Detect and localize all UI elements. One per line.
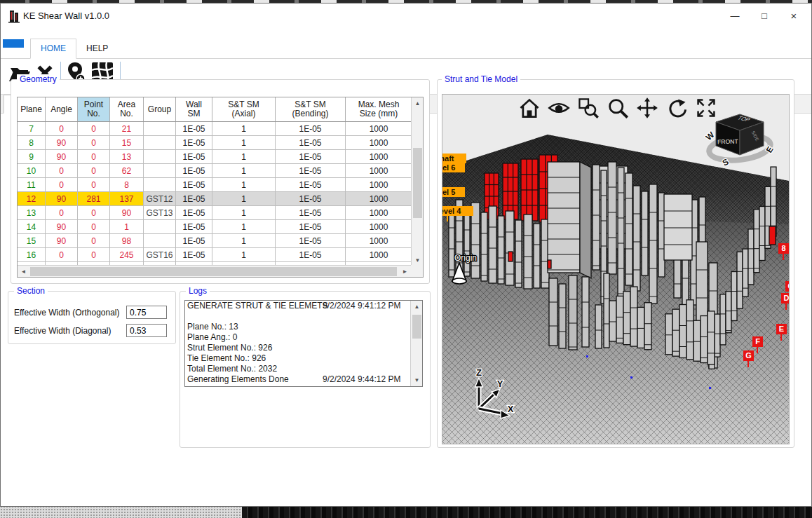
- table-cell[interactable]: 9: [18, 150, 46, 164]
- table-cell[interactable]: 11: [18, 178, 46, 192]
- table-cell[interactable]: 0: [78, 248, 110, 262]
- table-cell[interactable]: 0: [46, 178, 78, 192]
- table-cell[interactable]: 1: [212, 150, 276, 164]
- table-row[interactable]: 110081E-0511E-051000: [18, 178, 423, 192]
- geometry-table[interactable]: PlaneAnglePointNo.AreaNo.GroupWallSMS&T …: [17, 97, 424, 278]
- table-cell[interactable]: 90: [46, 192, 78, 206]
- column-header[interactable]: Group: [144, 97, 176, 121]
- table-cell[interactable]: 14: [18, 220, 46, 234]
- table-cell[interactable]: [144, 122, 176, 136]
- table-cell[interactable]: 98: [110, 234, 144, 248]
- scrollbar-thumb[interactable]: [412, 315, 421, 339]
- table-cell[interactable]: [144, 220, 176, 234]
- backstage-stub[interactable]: [3, 39, 24, 48]
- zoom-window-icon[interactable]: [577, 97, 600, 119]
- home-icon[interactable]: [518, 97, 541, 119]
- table-row[interactable]: 1000621E-0511E-051000: [18, 164, 423, 178]
- table-cell[interactable]: 1E-05: [276, 164, 346, 178]
- table-cell[interactable]: 62: [110, 164, 144, 178]
- table-row[interactable]: 9900131E-0511E-051000: [18, 150, 423, 164]
- table-row[interactable]: 1490011E-0511E-051000: [18, 220, 423, 234]
- table-cell[interactable]: 1E-05: [276, 150, 346, 164]
- table-cell[interactable]: 1E-05: [176, 248, 212, 262]
- table-cell[interactable]: 0: [78, 164, 110, 178]
- table-cell[interactable]: 1000: [346, 206, 412, 220]
- table-cell[interactable]: 1E-05: [176, 136, 212, 150]
- table-cell[interactable]: 1E-05: [176, 178, 212, 192]
- scrollbar-thumb[interactable]: [30, 267, 397, 276]
- table-cell[interactable]: 1E-05: [276, 178, 346, 192]
- zoom-icon[interactable]: [607, 97, 629, 119]
- table-cell[interactable]: [144, 136, 176, 150]
- tab-home[interactable]: HOME: [30, 39, 76, 59]
- effective-width-orthogonal-input[interactable]: [126, 306, 167, 319]
- model-viewport[interactable]: OriginZYX: [442, 94, 790, 444]
- table-cell[interactable]: 137: [110, 192, 144, 206]
- table-cell[interactable]: 1000: [346, 192, 412, 206]
- table-cell[interactable]: 90: [110, 206, 144, 220]
- table-cell[interactable]: 13: [110, 150, 144, 164]
- column-header[interactable]: S&T SM(Axial): [212, 97, 276, 121]
- table-cell[interactable]: GST16: [144, 248, 176, 262]
- table-cell[interactable]: 1: [212, 136, 276, 150]
- table-row[interactable]: 130090GST131E-0511E-051000: [18, 206, 423, 220]
- table-row[interactable]: 1290281137GST121E-0511E-051000: [18, 192, 423, 206]
- table-cell[interactable]: 1E-05: [176, 122, 212, 136]
- table-cell[interactable]: GST12: [144, 192, 176, 206]
- view-eye-icon[interactable]: [548, 97, 570, 119]
- table-cell[interactable]: 1E-05: [176, 164, 212, 178]
- table-cell[interactable]: 0: [78, 220, 110, 234]
- table-cell[interactable]: 90: [46, 220, 78, 234]
- scroll-up-arrow[interactable]: ▲: [411, 301, 423, 313]
- table-row[interactable]: 1600245GST161E-0511E-051000: [18, 248, 423, 262]
- table-cell[interactable]: [144, 164, 176, 178]
- column-header[interactable]: Plane: [18, 97, 46, 121]
- table-cell[interactable]: 1E-05: [176, 206, 212, 220]
- table-cell[interactable]: 1: [212, 178, 276, 192]
- table-cell[interactable]: 16: [18, 248, 46, 262]
- table-cell[interactable]: 8: [110, 178, 144, 192]
- close-button[interactable]: ×: [782, 8, 806, 25]
- table-cell[interactable]: 0: [78, 206, 110, 220]
- table-cell[interactable]: 0: [46, 248, 78, 262]
- table-cell[interactable]: 90: [46, 136, 78, 150]
- table-cell[interactable]: 1E-05: [276, 206, 346, 220]
- table-cell[interactable]: 1: [212, 206, 276, 220]
- table-cell[interactable]: 1: [212, 164, 276, 178]
- pan-icon[interactable]: [636, 97, 658, 119]
- table-cell[interactable]: 1: [212, 220, 276, 234]
- table-cell[interactable]: 281: [78, 192, 110, 206]
- table-cell[interactable]: 1E-05: [176, 150, 212, 164]
- table-cell[interactable]: 1000: [346, 122, 412, 136]
- table-cell[interactable]: 1E-05: [276, 248, 346, 262]
- table-cell[interactable]: 8: [18, 136, 46, 150]
- table-cell[interactable]: 12: [18, 192, 46, 206]
- table-cell[interactable]: 1E-05: [276, 220, 346, 234]
- table-cell[interactable]: 0: [46, 164, 78, 178]
- table-cell[interactable]: 1: [212, 122, 276, 136]
- log-output[interactable]: GENERATE STRUT & TIE ELEMETS9/2/2024 9:4…: [184, 300, 423, 387]
- table-cell[interactable]: [144, 234, 176, 248]
- rotate-icon[interactable]: [665, 97, 688, 119]
- table-cell[interactable]: 1000: [346, 150, 412, 164]
- column-header[interactable]: Angle: [46, 97, 78, 121]
- navigation-cube[interactable]: TOP FRONT SIDE W S E: [703, 109, 782, 172]
- table-cell[interactable]: 1000: [346, 178, 412, 192]
- cube-face-front[interactable]: FRONT: [717, 137, 738, 145]
- table-cell[interactable]: GST13: [144, 206, 176, 220]
- table-cell[interactable]: 1E-05: [276, 136, 346, 150]
- table-cell[interactable]: 1: [212, 192, 276, 206]
- table-cell[interactable]: 1E-05: [276, 234, 346, 248]
- minimize-button[interactable]: —: [723, 8, 747, 25]
- table-vertical-scrollbar[interactable]: ▲▼: [411, 97, 423, 266]
- scroll-left-arrow[interactable]: ◄: [18, 266, 29, 278]
- table-cell[interactable]: 1000: [346, 234, 412, 248]
- scrollbar-thumb[interactable]: [413, 148, 422, 218]
- table-cell[interactable]: 0: [46, 122, 78, 136]
- column-header[interactable]: PointNo.: [78, 97, 110, 121]
- column-header[interactable]: WallSM: [176, 97, 212, 121]
- scroll-up-arrow[interactable]: ▲: [412, 97, 424, 109]
- table-cell[interactable]: 7: [18, 122, 46, 136]
- scroll-right-arrow[interactable]: ►: [399, 266, 411, 278]
- table-cell[interactable]: 90: [46, 150, 78, 164]
